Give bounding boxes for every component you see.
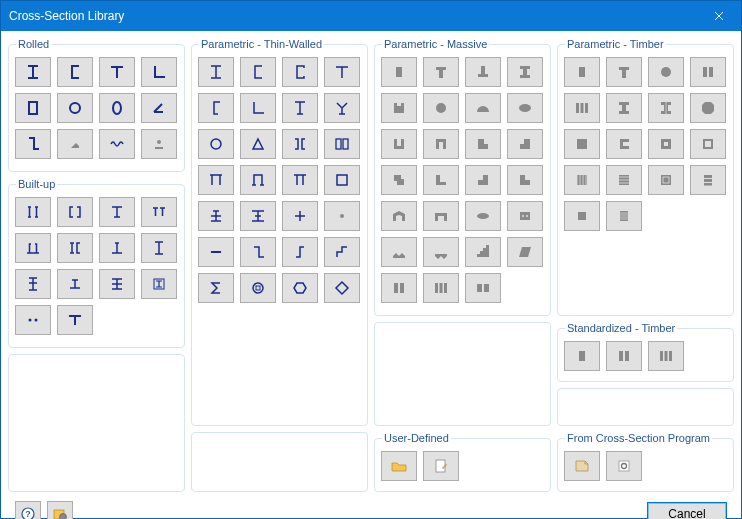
massive-ellipse2[interactable]	[465, 201, 501, 231]
thin-diamond[interactable]	[324, 273, 360, 303]
massive-arch2[interactable]	[423, 201, 459, 231]
timber-hatch-box[interactable]	[606, 201, 642, 231]
massive-u-open[interactable]	[423, 129, 459, 159]
thin-circle[interactable]	[198, 129, 234, 159]
builtup-t-over[interactable]	[99, 197, 135, 227]
timber-c[interactable]	[606, 129, 642, 159]
program-import[interactable]	[564, 451, 600, 481]
thin-angle[interactable]	[240, 93, 276, 123]
builtup-perp[interactable]	[99, 233, 135, 263]
thin-c-channel[interactable]	[240, 57, 276, 87]
thin-rect[interactable]	[324, 165, 360, 195]
thin-circle-alt[interactable]	[240, 273, 276, 303]
timber-sq[interactable]	[564, 129, 600, 159]
thin-step[interactable]	[324, 237, 360, 267]
rolled-angle[interactable]	[141, 57, 177, 87]
timber-octagon[interactable]	[690, 93, 726, 123]
massive-step[interactable]	[465, 165, 501, 195]
thin-i-wide[interactable]	[240, 201, 276, 231]
thin-z-alt[interactable]	[282, 237, 318, 267]
massive-ellipse[interactable]	[507, 93, 543, 123]
rolled-z-shape[interactable]	[15, 129, 51, 159]
thin-i-tapered[interactable]	[282, 93, 318, 123]
massive-pair[interactable]	[465, 273, 501, 303]
builtup-double-c[interactable]	[57, 197, 93, 227]
thin-y-shape[interactable]	[324, 93, 360, 123]
thin-j-shape[interactable]	[198, 93, 234, 123]
rolled-corrugated[interactable]	[99, 129, 135, 159]
builtup-t-wide[interactable]	[57, 305, 93, 335]
massive-t-inv[interactable]	[465, 57, 501, 87]
help-button[interactable]: ?	[15, 501, 41, 519]
timber-stack[interactable]	[690, 165, 726, 195]
massive-double-rect[interactable]	[381, 273, 417, 303]
thin-goalpost[interactable]	[198, 165, 234, 195]
massive-z[interactable]	[381, 165, 417, 195]
timber-double[interactable]	[690, 57, 726, 87]
thin-i-beam[interactable]	[198, 57, 234, 87]
thin-minus[interactable]	[198, 237, 234, 267]
thin-double-bar[interactable]	[282, 129, 318, 159]
massive-stairs[interactable]	[465, 237, 501, 267]
thin-pi[interactable]	[282, 165, 318, 195]
builtup-i-boxed[interactable]	[141, 269, 177, 299]
massive-i-solid[interactable]	[507, 57, 543, 87]
timber-circ[interactable]	[648, 57, 684, 87]
thin-sigma[interactable]	[198, 273, 234, 303]
thin-z-shape[interactable]	[240, 237, 276, 267]
massive-parallelogram[interactable]	[507, 237, 543, 267]
std-timber-double[interactable]	[606, 341, 642, 371]
massive-u[interactable]	[381, 129, 417, 159]
rolled-profile-solid[interactable]	[57, 129, 93, 159]
timber-box[interactable]	[690, 129, 726, 159]
rolled-t-shape[interactable]	[99, 57, 135, 87]
thin-plus[interactable]	[282, 201, 318, 231]
builtup-double-t[interactable]	[141, 197, 177, 227]
program-gear[interactable]	[606, 451, 642, 481]
rolled-i-beam[interactable]	[15, 57, 51, 87]
builtup-double-i[interactable]	[15, 197, 51, 227]
timber-t[interactable]	[606, 57, 642, 87]
massive-rect-notch[interactable]	[381, 93, 417, 123]
thin-i-cross[interactable]	[198, 201, 234, 231]
thin-double-rect[interactable]	[324, 129, 360, 159]
timber-rect[interactable]	[564, 57, 600, 87]
builtup-i-c[interactable]	[57, 233, 93, 263]
user-edit[interactable]	[423, 451, 459, 481]
builtup-i-upright[interactable]	[141, 233, 177, 263]
rolled-oval-tube[interactable]	[99, 93, 135, 123]
thin-t-shape[interactable]	[324, 57, 360, 87]
timber-box-small[interactable]	[564, 201, 600, 231]
cancel-button[interactable]: Cancel	[647, 502, 727, 519]
builtup-dots[interactable]	[15, 305, 51, 335]
builtup-i-over-i[interactable]	[15, 269, 51, 299]
massive-l[interactable]	[423, 165, 459, 195]
timber-i-var[interactable]	[648, 93, 684, 123]
timber-i[interactable]	[606, 93, 642, 123]
rolled-c-channel[interactable]	[57, 57, 93, 87]
massive-arch[interactable]	[381, 201, 417, 231]
massive-triple-rect[interactable]	[423, 273, 459, 303]
timber-box-open[interactable]	[648, 129, 684, 159]
std-timber-rect[interactable]	[564, 341, 600, 371]
rolled-rect-tube[interactable]	[15, 93, 51, 123]
massive-dots[interactable]	[507, 201, 543, 231]
timber-hatch[interactable]	[648, 165, 684, 195]
timber-hatch-r[interactable]	[606, 165, 642, 195]
rolled-round-tube[interactable]	[57, 93, 93, 123]
settings-button[interactable]	[47, 501, 73, 519]
massive-zigzag2[interactable]	[423, 237, 459, 267]
thin-goalpost-cap[interactable]	[240, 165, 276, 195]
timber-hatch-l[interactable]	[564, 165, 600, 195]
thin-dot[interactable]	[324, 201, 360, 231]
thin-c-lipped[interactable]	[282, 57, 318, 87]
massive-step-alt[interactable]	[507, 165, 543, 195]
thin-triangle[interactable]	[240, 129, 276, 159]
massive-rect[interactable]	[381, 57, 417, 87]
rolled-v-angle[interactable]	[141, 93, 177, 123]
builtup-pi[interactable]	[15, 233, 51, 263]
thin-hex[interactable]	[282, 273, 318, 303]
massive-t[interactable]	[423, 57, 459, 87]
massive-semi[interactable]	[465, 93, 501, 123]
builtup-i-short[interactable]	[57, 269, 93, 299]
